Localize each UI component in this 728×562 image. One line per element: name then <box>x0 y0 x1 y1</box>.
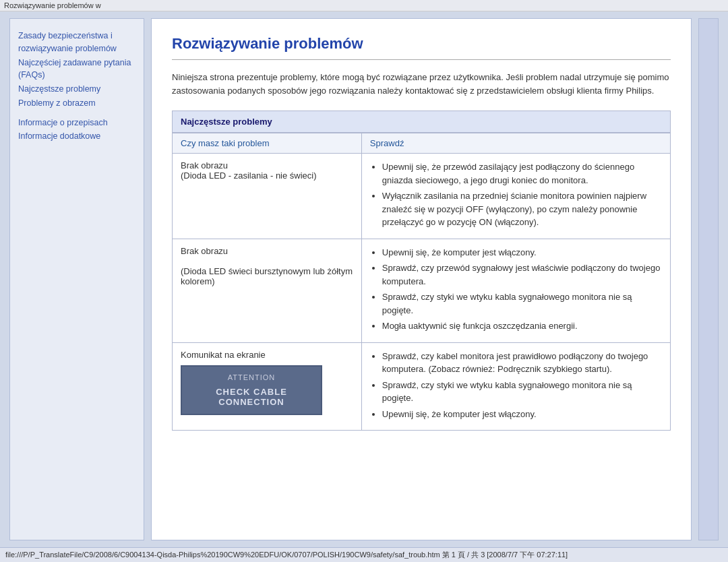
problem-cell-2: Brak obrazu(Dioda LED świeci bursztynowy… <box>173 239 362 342</box>
solution-list-2: Upewnij się, że komputer jest włączony. … <box>370 246 662 333</box>
title-bar-text: Rozwiązywanie problemów w <box>4 1 101 9</box>
sidebar-item-additional[interactable]: Informacje dodatkowe <box>18 130 135 143</box>
table-row: Brak obrazu(Dioda LED - zasilania - nie … <box>173 154 671 239</box>
main-content: Rozwiązywanie problemów Niniejsza strona… <box>151 18 692 540</box>
solution-cell-2: Upewnij się, że komputer jest włączony. … <box>361 239 670 342</box>
col-header-problem: Czy masz taki problem <box>173 133 362 154</box>
sidebar-item-faqs[interactable]: Najczęściej zadawane pytania (FAQs) <box>18 57 135 82</box>
list-item: Sprawdź, czy styki we wtyku kabla sygnał… <box>382 379 662 405</box>
list-item: Upewnij się, że komputer jest włączony. <box>382 408 662 421</box>
sidebar-item-image[interactable]: Problemy z obrazem <box>18 97 135 110</box>
sidebar-group-1: Zasady bezpieczeństwa i rozwiązywanie pr… <box>18 30 135 110</box>
page-wrapper: Rozwiązywanie problemów w Zasady bezpiec… <box>0 0 728 562</box>
list-item: Upewnij się, że komputer jest włączony. <box>382 246 662 259</box>
problem-cell-3: Komunikat na ekranie ATTENTION CHECK CAB… <box>173 342 362 431</box>
list-item: Wyłącznik zasilania na przedniej ścianie… <box>382 189 662 229</box>
section-header: Najczęstsze problemy <box>172 111 671 133</box>
right-accent-panel <box>698 18 719 540</box>
intro-text: Niniejsza strona prezentuje problemy, kt… <box>172 71 671 97</box>
solution-list-1: Upewnij się, że przewód zasilający jest … <box>370 160 662 229</box>
list-item: Upewnij się, że przewód zasilający jest … <box>382 160 662 187</box>
solution-list-3: Sprawdź, czy kabel monitora jest prawidł… <box>370 350 662 421</box>
problem-text-2: Brak obrazu(Dioda LED świeci bursztynowy… <box>181 246 353 286</box>
problems-table: Czy masz taki problem Sprawdź Brak obraz… <box>172 133 671 431</box>
solution-cell-1: Upewnij się, że przewód zasilający jest … <box>361 154 670 239</box>
table-row: Komunikat na ekranie ATTENTION CHECK CAB… <box>173 342 671 431</box>
list-item: Sprawdź, czy przewód sygnałowy jest właś… <box>382 261 662 288</box>
problem-text-1: Brak obrazu(Dioda LED - zasilania - nie … <box>181 160 317 181</box>
attention-box: ATTENTION CHECK CABLE CONNECTION <box>181 365 322 415</box>
content-area: Zasady bezpieczeństwa i rozwiązywanie pr… <box>0 11 728 547</box>
solution-cell-3: Sprawdź, czy kabel monitora jest prawidł… <box>361 342 670 431</box>
table-row: Brak obrazu(Dioda LED świeci bursztynowy… <box>173 239 671 342</box>
attention-message: CHECK CABLE CONNECTION <box>193 387 310 407</box>
sidebar-item-safety[interactable]: Zasady bezpieczeństwa i rozwiązywanie pr… <box>18 30 135 55</box>
list-item: Sprawdź, czy kabel monitora jest prawidł… <box>382 350 662 376</box>
title-bar: Rozwiązywanie problemów w <box>0 0 728 11</box>
status-bar: file:///P/P_TranslateFile/C9/2008/6/C900… <box>0 547 728 562</box>
divider <box>172 59 671 60</box>
problem-cell-1: Brak obrazu(Dioda LED - zasilania - nie … <box>173 154 362 239</box>
page-title: Rozwiązywanie problemów <box>172 35 671 53</box>
problem-text-3: Komunikat na ekranie <box>181 350 266 360</box>
sidebar-item-regulations[interactable]: Informacje o przepisach <box>18 117 135 129</box>
sidebar-group-2: Informacje o przepisach Informacje dodat… <box>18 117 135 144</box>
list-item: Mogła uaktywnić się funkcja oszczędzania… <box>382 319 662 333</box>
col-header-solution: Sprawdź <box>361 133 670 154</box>
table-header-row: Czy masz taki problem Sprawdź <box>173 133 671 154</box>
status-bar-text: file:///P/P_TranslateFile/C9/2008/6/C900… <box>5 551 568 559</box>
attention-label: ATTENTION <box>193 373 310 381</box>
sidebar-item-common[interactable]: Najczęstsze problemy <box>18 83 135 96</box>
list-item: Sprawdź, czy styki we wtyku kabla sygnał… <box>382 290 662 317</box>
sidebar: Zasady bezpieczeństwa i rozwiązywanie pr… <box>9 18 144 540</box>
